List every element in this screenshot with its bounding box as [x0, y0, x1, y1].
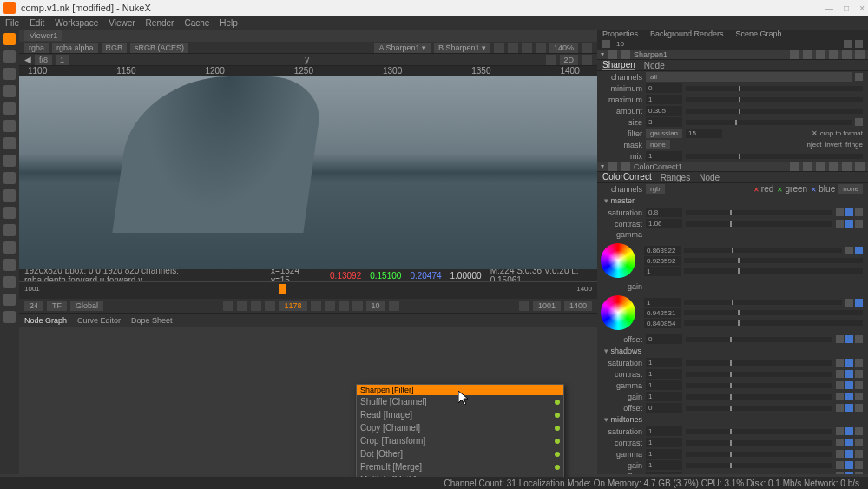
- prev-key-icon[interactable]: [237, 301, 247, 311]
- minimum-field[interactable]: 0: [646, 83, 682, 93]
- mt-gam-field[interactable]: 1: [646, 449, 682, 459]
- minimum-slider[interactable]: [686, 86, 863, 91]
- maximum-field[interactable]: 1: [646, 95, 682, 104]
- gain-b-field[interactable]: 0.840854: [644, 319, 681, 328]
- search-item[interactable]: Copy [Channel]: [357, 421, 563, 434]
- size-slider[interactable]: [686, 120, 852, 125]
- mt-sat-field[interactable]: 1: [646, 426, 682, 436]
- sh-con-field[interactable]: 1: [646, 369, 682, 379]
- off-field[interactable]: 0: [646, 334, 682, 344]
- search-item[interactable]: Dot [Other]: [357, 447, 563, 460]
- sliders-icon[interactable]: [855, 335, 863, 343]
- anim-icon[interactable]: [845, 208, 853, 216]
- blue-checkbox[interactable]: ✕ blue: [811, 184, 835, 194]
- global-dropdown[interactable]: Global: [70, 301, 103, 311]
- mt-gain-field[interactable]: 1: [646, 460, 682, 470]
- play-icon[interactable]: [325, 301, 335, 311]
- menu-edit[interactable]: Edit: [30, 18, 44, 28]
- 2d-dropdown[interactable]: 2D: [560, 55, 579, 65]
- sliders-icon[interactable]: [855, 220, 863, 228]
- tool-script-icon[interactable]: [3, 294, 16, 306]
- channel-icon[interactable]: [855, 73, 863, 81]
- gamma-r-slider[interactable]: [684, 248, 842, 253]
- lock-icon[interactable]: [519, 301, 529, 311]
- gain-g-slider[interactable]: [684, 310, 863, 315]
- lock-all-icon[interactable]: [602, 40, 610, 48]
- tool-merge-icon[interactable]: [3, 172, 16, 184]
- revert-icon[interactable]: [829, 162, 838, 171]
- node-handle-icon[interactable]: [608, 162, 617, 171]
- arrow-icon[interactable]: [803, 162, 812, 171]
- help-icon[interactable]: [842, 50, 852, 59]
- float-icon[interactable]: [816, 50, 825, 59]
- gamma-g-field[interactable]: 0.923592: [644, 256, 681, 266]
- gain-g-field[interactable]: 0.942531: [644, 308, 681, 318]
- search-item[interactable]: Crop [Transform]: [357, 434, 563, 447]
- sat-field[interactable]: 0.8: [646, 208, 682, 217]
- node-handle-icon[interactable]: [608, 50, 617, 59]
- tab-ranges[interactable]: Ranges: [661, 173, 690, 182]
- fringe-checkbox[interactable]: fringe: [845, 141, 863, 149]
- tool-keyer-icon[interactable]: [3, 155, 16, 167]
- amount-field[interactable]: 0.305: [646, 106, 682, 116]
- help-icon[interactable]: [842, 162, 852, 171]
- maximize-button[interactable]: □: [844, 3, 849, 13]
- mt-off-field[interactable]: 0: [646, 472, 682, 474]
- menu-help[interactable]: Help: [220, 18, 238, 28]
- sliders-icon[interactable]: [855, 208, 863, 216]
- invert-checkbox[interactable]: invert: [825, 141, 842, 149]
- wh-icon[interactable]: [855, 118, 863, 126]
- tab-sharpen[interactable]: Sharpen: [602, 60, 635, 70]
- swatch-icon[interactable]: [836, 335, 844, 343]
- tool-filter-icon[interactable]: [3, 137, 16, 149]
- viewer-display[interactable]: [19, 76, 597, 269]
- lut-dropdown[interactable]: sRGB (ACES): [130, 43, 188, 53]
- anim-icon[interactable]: [855, 299, 863, 307]
- channels-dropdown[interactable]: all: [646, 72, 852, 82]
- node-color-icon[interactable]: [621, 50, 630, 59]
- extra-chan-dropdown[interactable]: none: [838, 184, 863, 194]
- search-item[interactable]: Shuffle [Channel]: [357, 395, 563, 408]
- shadows-section[interactable]: shadows: [597, 345, 868, 357]
- swatch-icon[interactable]: [845, 247, 853, 254]
- viewer-tab[interactable]: Viewer1: [24, 30, 62, 41]
- minimize-all-icon[interactable]: [855, 40, 863, 48]
- tool-plugin-icon[interactable]: [3, 311, 16, 323]
- fps-dropdown[interactable]: 24: [24, 301, 43, 311]
- mix-field[interactable]: 1: [646, 151, 682, 161]
- gamma-b-field[interactable]: 1: [644, 267, 681, 276]
- tool-image-icon[interactable]: [3, 50, 16, 63]
- gain-b-slider[interactable]: [684, 320, 863, 326]
- search-selected[interactable]: Sharpen [Filter]: [357, 385, 563, 395]
- tab-nodegraph[interactable]: Node Graph: [24, 316, 67, 325]
- out-frame[interactable]: 1400: [564, 301, 592, 311]
- close-button[interactable]: ×: [859, 3, 865, 13]
- midtones-section[interactable]: midtones: [597, 413, 868, 426]
- anim-icon[interactable]: [845, 220, 853, 228]
- sat-slider[interactable]: [686, 210, 832, 215]
- roi-icon[interactable]: [508, 43, 518, 53]
- node-color-icon[interactable]: [621, 162, 630, 171]
- tool-color-icon[interactable]: [3, 120, 16, 132]
- clip-icon[interactable]: [546, 55, 556, 65]
- tf-dropdown[interactable]: TF: [47, 301, 67, 311]
- tool-pointer-icon[interactable]: [3, 33, 16, 45]
- sh-gain-field[interactable]: 1: [646, 392, 682, 401]
- center-icon[interactable]: [790, 50, 799, 59]
- off-slider[interactable]: [686, 337, 832, 342]
- in-frame[interactable]: 1001: [533, 301, 561, 311]
- sh-off-field[interactable]: 0: [646, 403, 682, 413]
- bookmark-icon[interactable]: [582, 55, 592, 65]
- first-frame-icon[interactable]: [223, 301, 233, 311]
- crop-checkbox[interactable]: ✕ crop to format: [812, 129, 863, 137]
- menu-cache[interactable]: Cache: [184, 18, 209, 28]
- amount-slider[interactable]: [686, 109, 863, 114]
- tool-draw-icon[interactable]: [3, 68, 16, 80]
- tab-node[interactable]: Node: [699, 173, 720, 182]
- sh-sat-field[interactable]: 1: [646, 358, 682, 367]
- proxy-icon[interactable]: [522, 43, 532, 53]
- arrow-icon[interactable]: [803, 50, 812, 59]
- tab-node[interactable]: Node: [644, 61, 665, 70]
- zoom-level[interactable]: 140%: [549, 43, 578, 53]
- minimize-button[interactable]: —: [825, 3, 833, 13]
